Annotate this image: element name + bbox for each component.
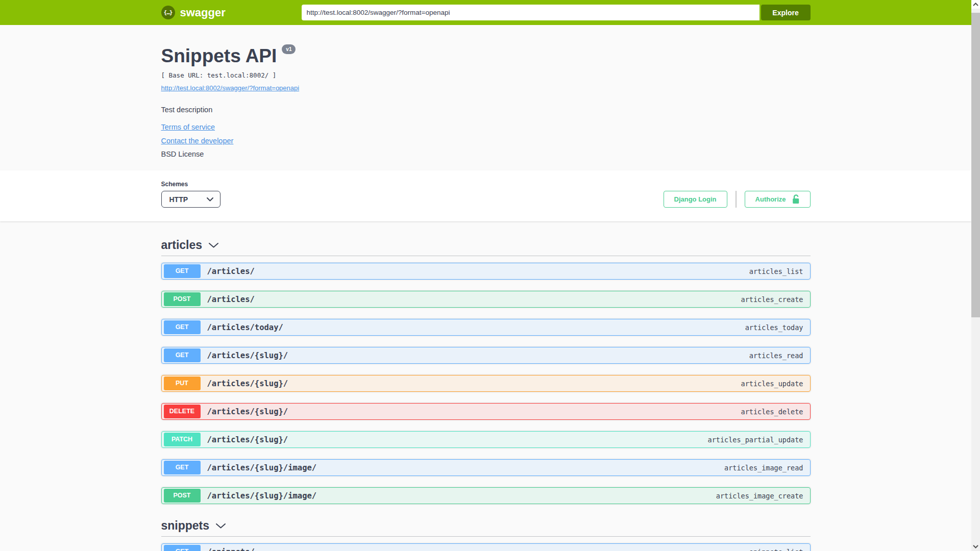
scheme-selected-value: HTTP bbox=[169, 195, 188, 204]
brand-name: swagger bbox=[180, 6, 226, 19]
api-title-text: Snippets API bbox=[161, 45, 277, 67]
scrollbar-thumb[interactable] bbox=[971, 13, 980, 317]
version-badge: v1 bbox=[282, 44, 296, 54]
operation-id: articles_update bbox=[741, 380, 803, 388]
unlocked-padlock-icon bbox=[792, 194, 800, 204]
django-login-label: Django Login bbox=[674, 195, 717, 203]
op-path: /articles/{slug}/image/ bbox=[207, 491, 317, 500]
scheme-container: Schemes HTTP Django Login Authorize bbox=[0, 170, 971, 221]
authorize-button[interactable]: Authorize bbox=[745, 191, 811, 208]
auth-wrapper: Django Login Authorize bbox=[664, 191, 811, 208]
op-path: /articles/{slug}/image/ bbox=[207, 463, 317, 472]
section-header-snippets[interactable]: snippets bbox=[161, 519, 811, 537]
op-path: /articles/{slug}/ bbox=[207, 435, 288, 444]
terms-of-service-link[interactable]: Terms of service bbox=[161, 123, 215, 131]
operation-id: articles_image_read bbox=[724, 464, 803, 472]
operation-id: articles_read bbox=[749, 352, 803, 360]
method-badge: GET bbox=[164, 264, 201, 278]
api-description: Test description bbox=[161, 106, 811, 114]
opblock-articles_list[interactable]: GET/articles/articles_list bbox=[161, 263, 811, 280]
op-path: /articles/{slug}/ bbox=[207, 351, 288, 360]
schemes-group: Schemes HTTP bbox=[161, 181, 220, 208]
method-badge: GET bbox=[164, 461, 201, 474]
operation-id: articles_delete bbox=[741, 408, 803, 416]
scrollbar-down-button[interactable] bbox=[971, 542, 980, 551]
contact-developer-link[interactable]: Contact the developer bbox=[161, 137, 234, 145]
opblock-articles_image_read[interactable]: GET/articles/{slug}/image/articles_image… bbox=[161, 459, 811, 476]
section-header-articles[interactable]: articles bbox=[161, 238, 811, 256]
operation-id: articles_image_create bbox=[716, 492, 803, 500]
opblock-articles_today[interactable]: GET/articles/today/articles_today bbox=[161, 319, 811, 336]
django-login-button[interactable]: Django Login bbox=[664, 191, 727, 208]
spec-url-input[interactable] bbox=[302, 5, 760, 20]
vertical-scrollbar[interactable] bbox=[971, 0, 980, 551]
opblock-articles_delete[interactable]: DELETE/articles/{slug}/articles_delete bbox=[161, 403, 811, 420]
operation-id: articles_create bbox=[741, 295, 803, 304]
operation-id: articles_partial_update bbox=[708, 436, 803, 444]
op-section-articles: articles GET/articles/articles_listPOST/… bbox=[161, 238, 811, 504]
chevron-up-icon bbox=[973, 3, 978, 6]
method-badge: PUT bbox=[164, 377, 201, 390]
opblock-articles_image_create[interactable]: POST/articles/{slug}/image/articles_imag… bbox=[161, 487, 811, 504]
operation-id: articles_today bbox=[745, 323, 803, 332]
op-path: /articles/{slug}/ bbox=[207, 407, 288, 416]
chevron-down-icon bbox=[973, 545, 978, 548]
opblock-articles_create[interactable]: POST/articles/articles_create bbox=[161, 291, 811, 308]
chevron-down-icon bbox=[207, 197, 213, 202]
information-container: Snippets API v1 [ Base URL: test.local:8… bbox=[0, 25, 971, 170]
download-url-wrapper: Explore bbox=[302, 5, 811, 20]
operation-id: articles_list bbox=[749, 267, 803, 276]
method-badge: GET bbox=[164, 320, 201, 334]
section-title: snippets bbox=[161, 519, 210, 533]
base-url: [ Base URL: test.local:8002/ ] bbox=[161, 71, 811, 79]
op-section-snippets: snippets GET/snippets/snippets_list bbox=[161, 519, 811, 551]
license-text: BSD License bbox=[161, 150, 811, 158]
op-path: /articles/ bbox=[207, 267, 255, 276]
section-title: articles bbox=[161, 238, 203, 252]
op-path: /articles/today/ bbox=[207, 323, 283, 332]
swagger-braces-icon: {…} bbox=[161, 6, 175, 19]
method-badge: PATCH bbox=[164, 433, 201, 446]
method-badge: DELETE bbox=[164, 405, 201, 418]
authorize-label: Authorize bbox=[755, 195, 786, 203]
chevron-down-icon bbox=[216, 523, 226, 529]
explore-button[interactable]: Explore bbox=[761, 5, 811, 20]
api-title: Snippets API v1 bbox=[161, 45, 296, 67]
operations-container: articles GET/articles/articles_listPOST/… bbox=[161, 221, 811, 551]
scheme-select[interactable]: HTTP bbox=[161, 191, 220, 208]
method-badge: POST bbox=[164, 292, 201, 306]
scrollbar-up-button[interactable] bbox=[971, 0, 980, 9]
op-path: /snippets/ bbox=[207, 547, 255, 551]
schemes-label: Schemes bbox=[161, 181, 220, 188]
method-badge: GET bbox=[164, 348, 201, 362]
op-path: /articles/ bbox=[207, 295, 255, 304]
opblock-snippets_list[interactable]: GET/snippets/snippets_list bbox=[161, 543, 811, 551]
op-path: /articles/{slug}/ bbox=[207, 379, 288, 388]
swagger-ui-page: {…} swagger Explore Snippets API v1 [ Ba… bbox=[0, 0, 971, 551]
opblock-articles_partial_update[interactable]: PATCH/articles/{slug}/articles_partial_u… bbox=[161, 431, 811, 448]
topbar: {…} swagger Explore bbox=[0, 0, 971, 25]
swagger-logo: {…} swagger bbox=[161, 6, 226, 19]
opblock-articles_update[interactable]: PUT/articles/{slug}/articles_update bbox=[161, 375, 811, 392]
method-badge: POST bbox=[164, 489, 201, 503]
chevron-down-icon bbox=[209, 243, 218, 248]
opblock-articles_read[interactable]: GET/articles/{slug}/articles_read bbox=[161, 347, 811, 364]
method-badge: GET bbox=[164, 545, 201, 551]
operation-id: snippets_list bbox=[749, 548, 803, 551]
auth-divider bbox=[736, 191, 737, 208]
spec-link[interactable]: http://test.local:8002/swagger/?format=o… bbox=[161, 84, 300, 92]
